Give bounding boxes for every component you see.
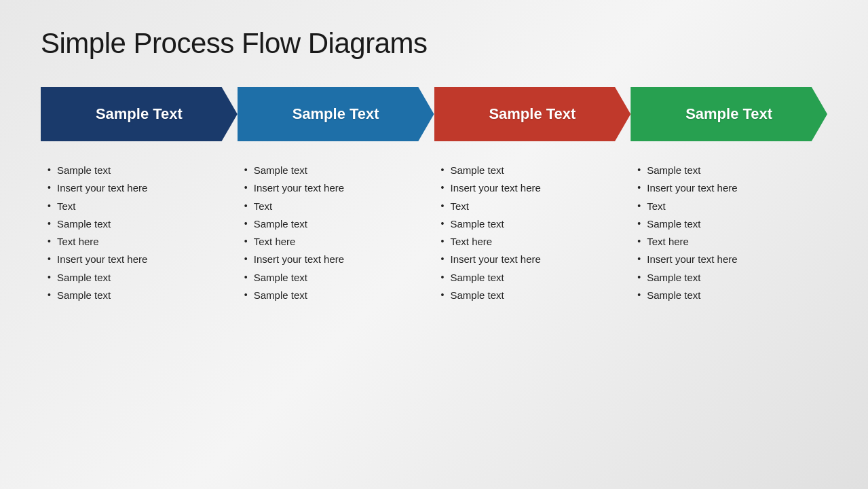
bullet-list-2: Sample textInsert your text hereTextSamp… — [244, 162, 428, 304]
list-item: Text — [244, 198, 428, 215]
list-item: Text — [441, 198, 624, 215]
lists-row: Sample textInsert your text hereTextSamp… — [41, 162, 827, 462]
list-item: Sample text — [441, 287, 624, 304]
bullet-list-3: Sample textInsert your text hereTextSamp… — [441, 162, 624, 304]
chevron-2: Sample Text — [238, 87, 434, 141]
list-item: Insert your text here — [441, 251, 624, 268]
list-item: Sample text — [48, 269, 231, 287]
list-item: Sample text — [48, 162, 231, 179]
list-item: Sample text — [637, 162, 820, 179]
list-item: Text here — [244, 233, 428, 251]
list-item: Sample text — [441, 215, 624, 233]
list-item: Sample text — [244, 287, 428, 304]
list-col-3: Sample textInsert your text hereTextSamp… — [434, 162, 631, 462]
chevron-label-3: Sample Text — [475, 105, 589, 123]
list-item: Sample text — [441, 162, 624, 179]
chevron-wrapper-1: Sample Text — [41, 87, 238, 141]
list-item: Insert your text here — [244, 251, 428, 268]
list-item: Insert your text here — [48, 251, 231, 268]
list-item: Sample text — [48, 215, 231, 233]
list-item: Text — [48, 198, 231, 215]
list-item: Sample text — [637, 269, 820, 287]
list-item: Sample text — [441, 269, 624, 287]
list-item: Sample text — [244, 269, 428, 287]
list-item: Text here — [637, 233, 820, 251]
chevron-1: Sample Text — [41, 87, 238, 141]
chevron-4: Sample Text — [630, 87, 827, 141]
list-item: Sample text — [637, 287, 820, 304]
list-item: Insert your text here — [637, 179, 820, 197]
chevron-row: Sample Text Sample Text Sample Text Samp… — [41, 87, 827, 141]
list-item: Insert your text here — [48, 179, 231, 197]
list-col-2: Sample textInsert your text hereTextSamp… — [238, 162, 434, 462]
chevron-label-1: Sample Text — [82, 105, 196, 123]
slide-title: Simple Process Flow Diagrams — [41, 27, 827, 60]
list-item: Text here — [48, 233, 231, 251]
bullet-list-4: Sample textInsert your text hereTextSamp… — [637, 162, 820, 304]
list-col-1: Sample textInsert your text hereTextSamp… — [41, 162, 238, 462]
list-item: Text — [637, 198, 820, 215]
chevron-label-4: Sample Text — [672, 105, 786, 123]
list-item: Sample text — [244, 215, 428, 233]
list-item: Sample text — [48, 287, 231, 304]
list-item: Text here — [441, 233, 624, 251]
list-item: Sample text — [637, 215, 820, 233]
chevron-3: Sample Text — [434, 87, 631, 141]
chevron-label-2: Sample Text — [279, 105, 393, 123]
chevron-wrapper-4: Sample Text — [630, 87, 827, 141]
list-item: Insert your text here — [244, 179, 428, 197]
bullet-list-1: Sample textInsert your text hereTextSamp… — [48, 162, 231, 304]
chevron-wrapper-2: Sample Text — [238, 87, 434, 141]
list-item: Insert your text here — [637, 251, 820, 268]
list-col-4: Sample textInsert your text hereTextSamp… — [630, 162, 827, 462]
chevron-wrapper-3: Sample Text — [434, 87, 631, 141]
list-item: Insert your text here — [441, 179, 624, 197]
list-item: Sample text — [244, 162, 428, 179]
slide: Simple Process Flow Diagrams Sample Text… — [0, 0, 868, 489]
